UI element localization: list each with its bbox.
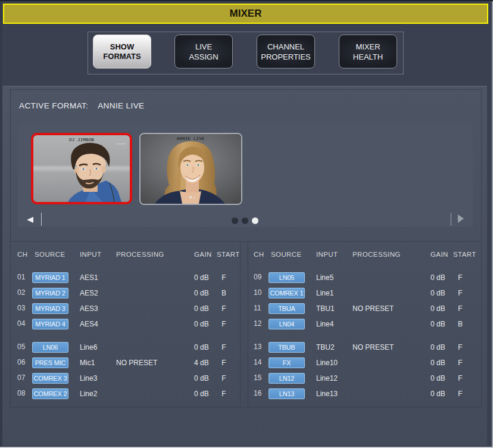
svg-text:DJ JIMBOB: DJ JIMBOB [69,138,94,142]
svg-text:ANNIE LIVE: ANNIE LIVE [177,136,205,141]
